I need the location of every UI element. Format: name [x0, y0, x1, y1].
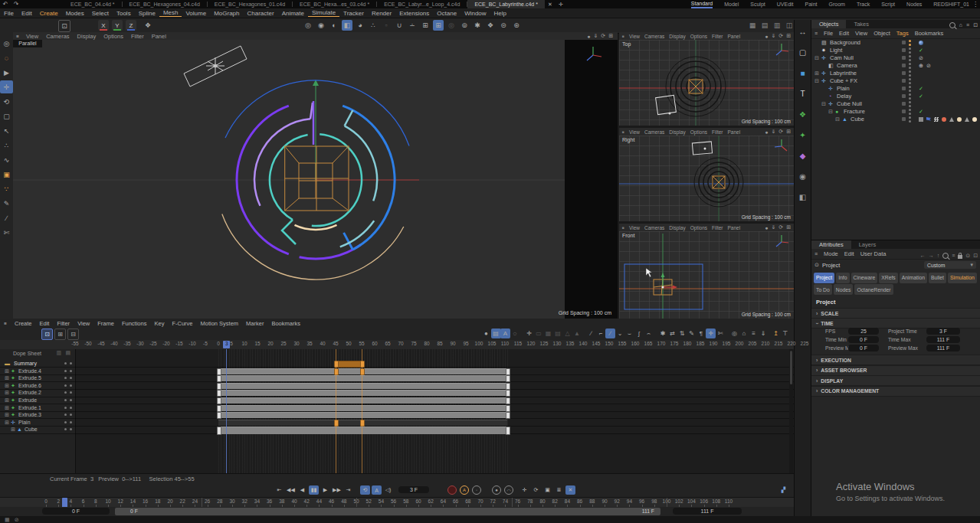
layout-b-icon[interactable]: ▤	[759, 20, 770, 31]
layer-toggle[interactable]	[902, 64, 906, 67]
key-up-icon[interactable]: ↥	[771, 329, 781, 338]
tab-objects[interactable]: Objects	[811, 20, 846, 28]
viewport-menu-filter[interactable]: Filter	[710, 225, 725, 230]
track-row-plain[interactable]: ⊞✛Plain	[0, 419, 794, 427]
track-toggle-b[interactable]	[70, 391, 72, 394]
close-tab-icon[interactable]: ✕	[545, 2, 556, 8]
render-dot[interactable]	[909, 120, 911, 123]
track-toggle-a[interactable]	[64, 391, 67, 394]
track-toggle-b[interactable]	[70, 407, 72, 409]
document-tab[interactable]: ECE_BC_Hexagones_01.c4d	[208, 0, 292, 8]
layer-toggle[interactable]	[902, 79, 906, 83]
layer-toggle[interactable]	[902, 48, 906, 52]
expander-icon[interactable]: ⊞	[5, 419, 9, 427]
tl-menu-key[interactable]: Key	[150, 320, 168, 327]
object-name[interactable]: Plain	[837, 85, 850, 93]
current-frame-field[interactable]: 3 F	[398, 486, 429, 493]
layer-toggle[interactable]	[902, 102, 906, 106]
dope-left-a-icon[interactable]: ▤	[65, 350, 70, 356]
grid-small-icon[interactable]: ▦	[5, 517, 10, 523]
viewport-menu-options[interactable]: Options	[688, 225, 710, 230]
powerslider-ruler[interactable]: 0246810121416182022242628303234363840424…	[0, 497, 794, 508]
objects-menu-object[interactable]: Object	[870, 30, 893, 37]
track-clip-bar[interactable]	[218, 383, 507, 389]
autokey-range-button[interactable]: A	[372, 485, 382, 495]
viewport-pin-icon[interactable]: ⇓	[771, 129, 775, 135]
preset-dropdown[interactable]: Custom▾	[924, 261, 976, 269]
track-toggle-a[interactable]	[64, 421, 67, 423]
cube-icon[interactable]: ■	[795, 66, 811, 80]
attr-tab-nodes[interactable]: Nodes	[834, 284, 854, 295]
keyframe[interactable]	[506, 427, 510, 435]
document-tab[interactable]: ECE_BC_Labyr...e_Loop_4.c4d	[377, 0, 467, 8]
viewport-sync-icon[interactable]: ⟳	[778, 224, 783, 230]
viewport-menu-display[interactable]: Display	[667, 225, 687, 230]
expander-icon[interactable]: ⊞	[11, 426, 15, 433]
render-dot[interactable]	[909, 44, 911, 46]
attr-menu-edit[interactable]: Edit	[841, 250, 857, 257]
tag-icon[interactable]: ⊘	[926, 62, 931, 70]
viewport-pin-icon[interactable]: ⇓	[771, 224, 775, 230]
rot-record-button[interactable]: ◠	[504, 485, 513, 495]
viewport-menu-cameras[interactable]: Cameras	[42, 33, 73, 40]
track-toggle-b[interactable]	[70, 362, 72, 364]
undo-icon[interactable]: ↶	[0, 1, 11, 8]
editor-dot[interactable]	[909, 86, 911, 88]
fcurve-mode-icon[interactable]: ⊞	[54, 329, 66, 340]
input-time-max[interactable]: 111 F	[926, 336, 960, 343]
home-icon[interactable]: ⌂	[739, 329, 749, 338]
viewport-perspective[interactable]: ■ ViewCamerasDisplayOptionsFilterPanel ●…	[13, 32, 618, 319]
object-row[interactable]: ⊟▲Cube	[811, 116, 980, 123]
track-clip-bar[interactable]	[218, 405, 507, 411]
range-start-field[interactable]: 0 F	[42, 508, 110, 515]
tweak-icon[interactable]: ▶	[0, 66, 13, 79]
attr-tab-xrefs[interactable]: XRefs	[879, 273, 898, 283]
viewport-menu-icon[interactable]: ■	[619, 34, 627, 38]
object-name[interactable]: Labyrinthe	[830, 70, 857, 77]
viewport-right[interactable]: ■ ViewCamerasDisplayOptionsFilterPanel ●…	[619, 128, 794, 221]
object-row[interactable]: ⊟✛Cam Null⊘	[811, 54, 980, 62]
viewport-menu-view[interactable]: View	[627, 129, 642, 135]
knife-icon[interactable]: ✄	[0, 226, 13, 239]
track-row-extrude-6[interactable]: ⊞✦Extrude.6	[0, 382, 794, 390]
pause-button[interactable]: ▮▮	[309, 485, 319, 495]
objects-menu-edit[interactable]: Edit	[836, 30, 852, 37]
curve-icon[interactable]: ʃ	[634, 329, 644, 338]
goto-end-button[interactable]: ⇥	[343, 485, 353, 495]
menu-help[interactable]: Help	[490, 10, 510, 17]
objects-menu-view[interactable]: View	[852, 30, 870, 37]
next-key-button[interactable]: ▶▶	[332, 485, 342, 495]
viewport-sync-icon[interactable]: ⟳	[601, 33, 605, 39]
menu-mograph[interactable]: MoGraph	[210, 10, 243, 17]
dope-sheet[interactable]: Dope Sheet ▤▥ ▬Summary⊞✦Extrude.4⊞✦Extru…	[0, 349, 794, 473]
viewport-menu-display[interactable]: Display	[667, 129, 687, 135]
range-end-field[interactable]: 111 F	[673, 508, 742, 515]
render-dot[interactable]	[909, 67, 911, 69]
objects-menu-tags[interactable]: Tags	[893, 30, 912, 37]
layer-toggle[interactable]	[902, 110, 906, 113]
character-icon[interactable]: ✦	[795, 128, 811, 142]
move-keys-icon[interactable]: ✛	[524, 329, 534, 338]
key-hold-icon[interactable]: ⊤	[781, 329, 791, 338]
tag-icon[interactable]	[919, 117, 923, 122]
viewport-menu-cameras[interactable]: Cameras	[642, 225, 667, 230]
expander-icon[interactable]: ⊟	[814, 77, 819, 85]
selection-start-line[interactable]	[336, 349, 336, 473]
menu-extensions[interactable]: Extensions	[395, 10, 433, 17]
menu-volume[interactable]: Volume	[182, 10, 210, 17]
object-name[interactable]: Cube	[851, 116, 864, 123]
panel-menu-icon[interactable]: ≡	[811, 31, 821, 36]
viewport-menu-panel[interactable]: Panel	[148, 33, 170, 40]
viewport-render-icon[interactable]: ●	[765, 225, 768, 230]
track-toggle-b[interactable]	[70, 377, 72, 379]
track-clip-bar[interactable]	[218, 390, 507, 396]
menu-octane[interactable]: Octane	[433, 10, 461, 17]
editor-dot[interactable]	[909, 116, 911, 119]
object-name[interactable]: Camera	[837, 62, 857, 70]
viewport-render-icon[interactable]: ●	[765, 34, 768, 39]
scale-tool-icon[interactable]: ▢	[0, 110, 13, 123]
search-icon[interactable]	[949, 22, 955, 28]
viewport-menu-cameras[interactable]: Cameras	[642, 129, 667, 135]
menu-mesh[interactable]: Mesh	[159, 9, 182, 17]
phong-tag-icon[interactable]	[926, 117, 931, 122]
